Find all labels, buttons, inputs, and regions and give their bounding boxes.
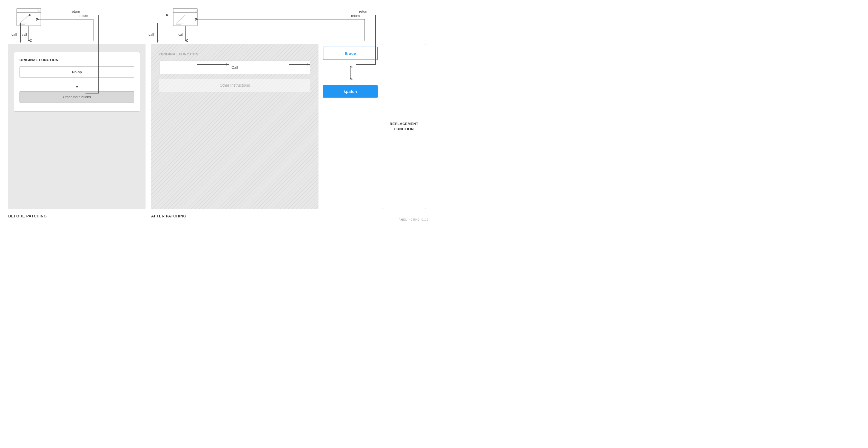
kpatch-box: kpatch [323, 85, 378, 98]
right-arrows-svg: call return [151, 5, 426, 44]
svg-marker-12 [75, 86, 79, 88]
replacement-function-box: REPLACEMENTFUNCTION [382, 44, 426, 209]
ftrace-box: ftrace [323, 47, 378, 60]
call-box: Call [159, 61, 310, 74]
noop-box: No-op [20, 66, 134, 78]
svg-text:return: return [351, 14, 360, 18]
left-other-instructions-box: Other Instructions [20, 91, 134, 102]
left-section-label: BEFORE PATCHING [8, 214, 146, 218]
right-other-instructions-box: Other Instructions [159, 79, 310, 92]
right-panel: — □ ✕ [151, 5, 426, 218]
svg-text:call: call [179, 33, 183, 36]
replacement-function-title: REPLACEMENTFUNCTION [390, 121, 418, 131]
right-kernel-box: ORIGINAL FUNCTION Call Other Instruction… [151, 44, 318, 209]
svg-text:call: call [22, 33, 27, 36]
svg-text:return: return [80, 14, 88, 18]
down-arrow-1 [20, 81, 134, 89]
right-original-function-content: ORIGINAL FUNCTION Call Other Instruction… [156, 49, 313, 95]
left-arrows-svg: call return [8, 5, 146, 44]
right-top-area: — □ ✕ [151, 5, 426, 44]
center-column: ftrace [323, 44, 378, 209]
left-top-area: — □ ✕ [8, 5, 146, 44]
left-function-box: ORIGINAL FUNCTION No-op Other Instructio… [14, 52, 140, 112]
left-kernel-box: ORIGINAL FUNCTION No-op Other Instructio… [8, 44, 146, 209]
right-original-function-title: ORIGINAL FUNCTION [159, 52, 310, 56]
right-section-label: AFTER PATCHING [151, 214, 426, 218]
right-main-row: ORIGINAL FUNCTION Call Other Instruction… [151, 44, 426, 209]
dashed-arrow [323, 64, 378, 81]
main-container: — □ ✕ [0, 0, 434, 224]
left-function-title: ORIGINAL FUNCTION [20, 58, 134, 62]
left-panel: — □ ✕ [8, 5, 146, 218]
watermark: RHEL_424549_0119 [399, 218, 429, 221]
